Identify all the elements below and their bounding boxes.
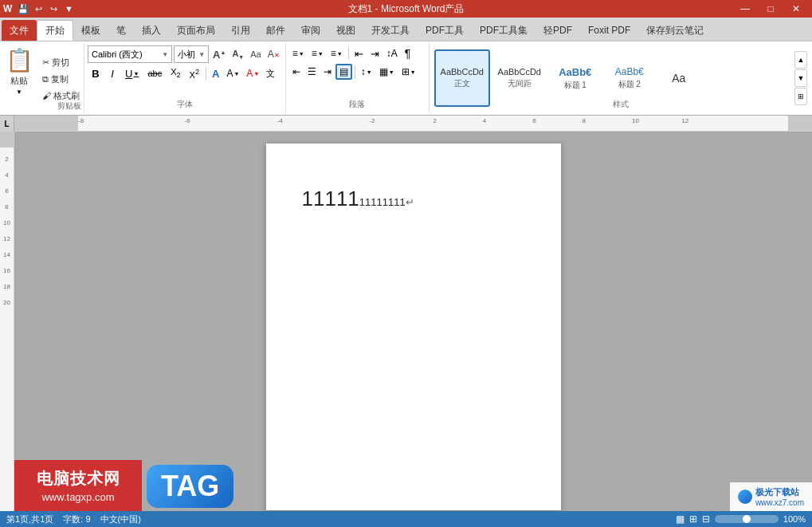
strikethrough-button[interactable]: abc xyxy=(143,65,166,81)
ribbon-group-font: Calibri (西文) ▼ 小初 ▼ A▲ A▼ Aa A✕ B I U▼ a… xyxy=(84,43,286,113)
border-button[interactable]: ⊞▼ xyxy=(398,65,419,79)
phonetic-button[interactable]: 文 xyxy=(263,66,278,81)
style-title[interactable]: Aa xyxy=(657,49,700,107)
numbering-button[interactable]: ≡▼ xyxy=(308,46,327,61)
style-heading1-preview: AaBb€ xyxy=(559,66,591,78)
shading-button[interactable]: ▦▼ xyxy=(376,65,398,79)
clipboard-group-label: 剪贴板 xyxy=(57,100,81,112)
status-page-info: 第1页,共1页 xyxy=(6,513,53,525)
style-heading1[interactable]: AaBb€ 标题 1 xyxy=(549,49,602,107)
vertical-ruler: 2 4 6 8 10 12 14 16 18 20 xyxy=(0,132,14,511)
ribbon-group-styles: AaBbCcDd 正文 AaBbCcDd 无间距 AaBb€ 标题 1 AaBb… xyxy=(430,43,812,113)
copy-button[interactable]: ⧉ 复制 xyxy=(40,72,82,87)
tab-start[interactable]: 开始 xyxy=(37,20,73,41)
highlight-button[interactable]: A▼ xyxy=(223,66,242,81)
cut-button[interactable]: ✂ 剪切 xyxy=(40,55,82,70)
tab-lightpdf[interactable]: 轻PDF xyxy=(535,20,580,41)
font-color-button[interactable]: A▼ xyxy=(243,66,262,81)
maximize-button[interactable]: □ xyxy=(758,0,783,18)
sort-button[interactable]: ↕A xyxy=(383,46,401,61)
style-normal[interactable]: AaBbCcDd 正文 xyxy=(434,49,490,107)
style-nospace[interactable]: AaBbCcDd 无间距 xyxy=(492,49,547,107)
multilevel-button[interactable]: ≡▼ xyxy=(328,46,346,61)
tab-references[interactable]: 引用 xyxy=(223,20,258,41)
tab-pdf-toolset[interactable]: PDF工具集 xyxy=(472,20,535,41)
bold-button[interactable]: B xyxy=(88,65,104,81)
font-size-selector[interactable]: 小初 ▼ xyxy=(174,45,209,63)
clear-format-button[interactable]: A✕ xyxy=(265,48,282,61)
decrease-indent-button[interactable]: ⇤ xyxy=(351,46,367,61)
underline-button[interactable]: U▼ xyxy=(121,65,143,81)
tab-pen[interactable]: 笔 xyxy=(108,20,134,41)
view-print-layout[interactable]: ▦ xyxy=(676,513,685,525)
ribbon-group-paragraph: ≡▼ ≡▼ ≡▼ ⇤ ⇥ ↕A ¶ ⇤ ☰ ⇥ ▤ ↕▼ ▦▼ ⊞▼ 段落 xyxy=(286,43,430,113)
horizontal-ruler: -8 -6 -4 -2 2 4 6 8 10 12 xyxy=(14,116,812,131)
justify-button[interactable]: ▤ xyxy=(335,64,352,80)
paste-button[interactable]: 📋 粘贴 ▼ xyxy=(2,45,37,97)
view-fullscreen-read[interactable]: ⊞ xyxy=(689,513,697,525)
close-button[interactable]: ✕ xyxy=(783,0,809,18)
qa-more[interactable]: ▼ xyxy=(61,2,76,16)
tab-view[interactable]: 视图 xyxy=(328,20,363,41)
paste-label: 粘贴 xyxy=(10,75,28,87)
shrink-font-button[interactable]: A▼ xyxy=(229,48,246,61)
document-page[interactable]: 1111111111111↵ xyxy=(266,144,561,510)
qa-redo[interactable]: ↪ xyxy=(46,2,61,16)
tab-pdf-tools[interactable]: PDF工具 xyxy=(418,20,472,41)
tab-pagelayout[interactable]: 页面布局 xyxy=(169,20,223,41)
styles-scroll-down[interactable]: ▼ xyxy=(794,69,807,87)
font-name-selector[interactable]: Calibri (西文) ▼ xyxy=(88,45,172,63)
superscript-button[interactable]: X2 xyxy=(186,66,203,81)
aurora-url: www.xz7.com xyxy=(755,498,804,507)
style-heading2[interactable]: AaBb€ 标题 2 xyxy=(603,49,656,107)
show-marks-button[interactable]: ¶ xyxy=(402,45,414,61)
zoom-level: 100% xyxy=(783,514,806,524)
aurora-label: 极光下载站 xyxy=(755,486,799,498)
increase-indent-button[interactable]: ⇥ xyxy=(367,46,382,61)
style-title-preview: Aa xyxy=(672,72,685,85)
tab-foxit[interactable]: Foxit PDF xyxy=(580,20,638,41)
watermark-site-name: 电脑技术网 xyxy=(37,468,120,490)
font-group-label: 字体 xyxy=(177,99,193,110)
ribbon-group-clipboard: 📋 粘贴 ▼ ✂ 剪切 ⧉ 复制 🖌 格式刷 剪贴板 xyxy=(0,43,84,113)
tab-developer[interactable]: 开发工具 xyxy=(363,20,418,41)
content-large: 11111 xyxy=(302,187,359,210)
styles-scroll-up[interactable]: ▲ xyxy=(794,51,807,69)
style-heading2-preview: AaBb€ xyxy=(615,66,644,77)
minimize-button[interactable]: — xyxy=(732,0,758,18)
align-left-button[interactable]: ⇤ xyxy=(289,65,304,79)
style-nospace-preview: AaBbCcDd xyxy=(498,67,541,77)
styles-expand[interactable]: ⊞ xyxy=(794,88,807,105)
italic-button[interactable]: I xyxy=(104,65,120,81)
grow-font-button[interactable]: A▲ xyxy=(210,48,228,61)
watermark-site-url: www.tagxp.com xyxy=(41,491,114,503)
tab-insert[interactable]: 插入 xyxy=(134,20,169,41)
watermark-aurora: 极光下载站 www.xz7.com xyxy=(730,482,812,511)
tab-file[interactable]: 文件 xyxy=(2,20,37,41)
view-web-layout[interactable]: ⊟ xyxy=(702,513,710,525)
qa-save[interactable]: 💾 xyxy=(16,2,30,16)
document-content[interactable]: 1111111111111↵ xyxy=(302,183,525,214)
line-spacing-button[interactable]: ↕▼ xyxy=(358,65,375,79)
change-case-button[interactable]: Aa xyxy=(248,49,263,60)
styles-group-label: 样式 xyxy=(613,99,629,110)
align-right-button[interactable]: ⇥ xyxy=(320,65,335,79)
style-normal-preview: AaBbCcDd xyxy=(441,67,484,77)
status-word-count: 字数: 9 xyxy=(63,513,90,525)
align-center-button[interactable]: ☰ xyxy=(304,65,320,79)
watermark-tag-logo: TAG xyxy=(147,465,233,508)
window-title: 文档1 - Microsoft Word产品 xyxy=(348,2,465,16)
style-heading2-label: 标题 2 xyxy=(618,79,641,90)
subscript-button[interactable]: X2 xyxy=(167,65,184,81)
tab-cloud[interactable]: 保存到云笔记 xyxy=(638,20,712,41)
zoom-slider-area xyxy=(715,515,779,523)
ruler-corner[interactable]: L xyxy=(0,116,14,132)
tab-mailings[interactable]: 邮件 xyxy=(258,20,293,41)
tab-review[interactable]: 审阅 xyxy=(293,20,328,41)
document-area[interactable]: 1111111111111↵ 电脑技术网 www.tagxp.com TAG 极… xyxy=(14,132,812,511)
text-effect-button[interactable]: A xyxy=(209,66,222,81)
style-nospace-label: 无间距 xyxy=(508,78,532,89)
qa-undo[interactable]: ↩ xyxy=(31,2,45,16)
tab-template[interactable]: 模板 xyxy=(73,20,108,41)
bullets-button[interactable]: ≡▼ xyxy=(289,46,308,61)
